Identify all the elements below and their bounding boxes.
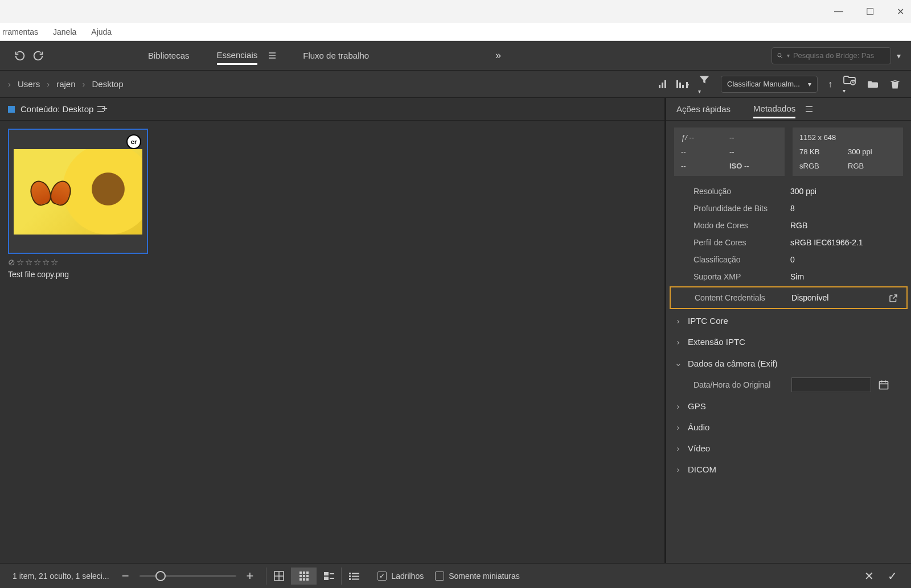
meta-row-content-credentials[interactable]: Content CredentialsDisponível: [670, 286, 908, 309]
star-icon[interactable]: ☆: [17, 257, 24, 268]
menu-tools[interactable]: rramentas: [2, 27, 38, 36]
view-thumbnails-icon[interactable]: [291, 568, 316, 585]
workspace-tab-libraries[interactable]: Bibliotecas: [148, 47, 190, 64]
tab-metadata[interactable]: Metadados: [753, 100, 795, 118]
chevron-right-icon: ›: [674, 422, 682, 432]
trash-icon[interactable]: [889, 78, 901, 91]
sort-dropdown[interactable]: Classificar Manualm... ▾: [721, 76, 818, 93]
option-thumbs-only[interactable]: Somente miniaturas: [435, 571, 520, 581]
breadcrumb-desktop[interactable]: Desktop: [92, 79, 124, 89]
zoom-in-icon[interactable]: +: [247, 569, 254, 583]
search-icon: [777, 52, 783, 60]
svg-rect-15: [306, 575, 309, 577]
meta-row-xmp: Suporta XMPSim: [666, 268, 911, 285]
external-link-icon[interactable]: [888, 293, 898, 303]
workspace-tab-essentials[interactable]: Essenciais: [217, 47, 258, 65]
exif-datetime-input[interactable]: [791, 377, 871, 392]
option-tiles[interactable]: ✓ Ladrilhos: [377, 571, 424, 581]
view-details-icon[interactable]: [316, 568, 341, 585]
content-pane: Conteúdo: Desktop + cr ⊘ ☆: [0, 98, 666, 563]
star-icon[interactable]: ☆: [42, 257, 50, 268]
meta-row-resolution: Resolução300 ppi: [666, 183, 911, 200]
rating-row[interactable]: ⊘ ☆ ☆ ☆ ☆ ☆: [8, 257, 148, 268]
chevron-right-icon: ›: [674, 464, 682, 474]
close-button[interactable]: ✕: [897, 6, 904, 17]
open-recent-icon[interactable]: ▾: [843, 74, 856, 94]
cancel-icon[interactable]: ✕: [864, 569, 874, 583]
svg-rect-13: [299, 575, 302, 577]
new-folder-icon[interactable]: [867, 79, 879, 89]
chevron-down-icon: ⌄: [674, 358, 682, 368]
meta-row-rating: Classificação0: [666, 251, 911, 268]
breadcrumb-sep-icon: ›: [83, 79, 85, 89]
zoom-slider[interactable]: − +: [122, 569, 254, 583]
apply-icon[interactable]: ✓: [888, 569, 897, 583]
status-info: 1 item, 21 oculto, 1 seleci...: [0, 571, 109, 581]
chevron-down-icon: ▾: [808, 80, 811, 88]
breadcrumb-sep-icon: ›: [47, 79, 50, 89]
svg-rect-25: [349, 575, 351, 577]
tab-quick-actions[interactable]: Ações rápidas: [676, 101, 731, 117]
view-grid-lock-icon[interactable]: [266, 568, 291, 585]
maximize-button[interactable]: ☐: [866, 6, 874, 17]
section-dicom[interactable]: ›DICOM: [666, 459, 911, 480]
menu-window[interactable]: Janela: [53, 27, 76, 36]
section-exif[interactable]: ⌄Dados da câmera (Exif): [666, 352, 911, 374]
sort-direction-up-icon[interactable]: ↑: [828, 79, 832, 89]
sort-desc-icon[interactable]: ▾: [676, 80, 688, 88]
reject-icon[interactable]: ⊘: [8, 257, 15, 268]
svg-rect-17: [303, 578, 305, 581]
breadcrumb-users[interactable]: Users: [18, 79, 40, 89]
meta-row-colorprofile: Perfil de CoressRGB IEC61966-2.1: [666, 234, 911, 251]
filter-icon[interactable]: ▾: [698, 73, 711, 95]
workspace-menu-icon[interactable]: [269, 52, 276, 59]
calendar-icon[interactable]: [878, 379, 889, 390]
search-dropdown-icon[interactable]: ▾: [787, 52, 790, 59]
workspace-tab-workflow[interactable]: Fluxo de trabalho: [303, 47, 369, 64]
search-scope-chevron-icon[interactable]: ▾: [897, 51, 901, 60]
file-summary-box: 1152 x 648 78 KB300 ppi sRGBRGB: [793, 128, 903, 176]
rotate-cw-icon[interactable]: [32, 50, 44, 62]
thumbnail-filename: Test file copy.png: [8, 270, 148, 279]
rotate-ccw-icon[interactable]: [14, 50, 26, 62]
view-list-icon[interactable]: [341, 568, 366, 585]
star-icon[interactable]: ☆: [51, 257, 58, 268]
svg-rect-18: [306, 578, 309, 581]
section-audio[interactable]: ›Áudio: [666, 417, 911, 438]
statusbar: 1 item, 21 oculto, 1 seleci... − + ✓ Lad…: [0, 563, 911, 588]
svg-rect-23: [349, 573, 351, 574]
workspace-overflow-icon[interactable]: »: [495, 50, 501, 61]
svg-rect-19: [324, 572, 329, 575]
svg-rect-27: [349, 578, 351, 580]
zoom-track[interactable]: [139, 575, 236, 577]
star-icon[interactable]: ☆: [34, 257, 41, 268]
menu-help[interactable]: Ajuda: [91, 27, 112, 36]
search-input[interactable]: ▾: [772, 47, 891, 64]
window-titlebar: — ☐ ✕: [0, 0, 911, 23]
content-header: Conteúdo: Desktop +: [0, 98, 664, 121]
panel-indicator-icon: [8, 106, 15, 113]
section-iptc-ext[interactable]: ›Extensão IPTC: [666, 331, 911, 352]
checkbox-checked-icon[interactable]: ✓: [377, 571, 387, 581]
section-video[interactable]: ›Vídeo: [666, 438, 911, 459]
zoom-thumb[interactable]: [155, 571, 166, 581]
chevron-right-icon: ›: [674, 316, 682, 326]
section-iptc-core[interactable]: ›IPTC Core: [666, 310, 911, 331]
metadata-pane: Ações rápidas Metadados ƒ/ -- -- ---- --…: [666, 98, 911, 563]
star-icon[interactable]: ☆: [25, 257, 32, 268]
zoom-out-icon[interactable]: −: [122, 569, 129, 583]
breadcrumb-rajen[interactable]: rajen: [56, 79, 75, 89]
panel-menu-icon[interactable]: [97, 106, 104, 112]
section-gps[interactable]: ›GPS: [666, 396, 911, 417]
svg-rect-14: [303, 575, 305, 577]
minimize-button[interactable]: —: [834, 6, 843, 17]
panel-menu-icon[interactable]: [806, 106, 812, 112]
search-field[interactable]: [793, 51, 886, 60]
thumbnail-item[interactable]: cr ⊘ ☆ ☆ ☆ ☆ ☆ Test file copy: [8, 129, 148, 279]
path-toolbar: › Users › rajen › Desktop ▾ ▾ Classifica…: [0, 71, 911, 98]
sort-asc-icon[interactable]: [659, 80, 666, 88]
sort-dropdown-label: Classificar Manualm...: [727, 80, 800, 88]
chevron-right-icon: ›: [674, 337, 682, 347]
checkbox-unchecked-icon[interactable]: [435, 571, 444, 581]
content-grid[interactable]: cr ⊘ ☆ ☆ ☆ ☆ ☆ Test file copy: [0, 121, 664, 563]
